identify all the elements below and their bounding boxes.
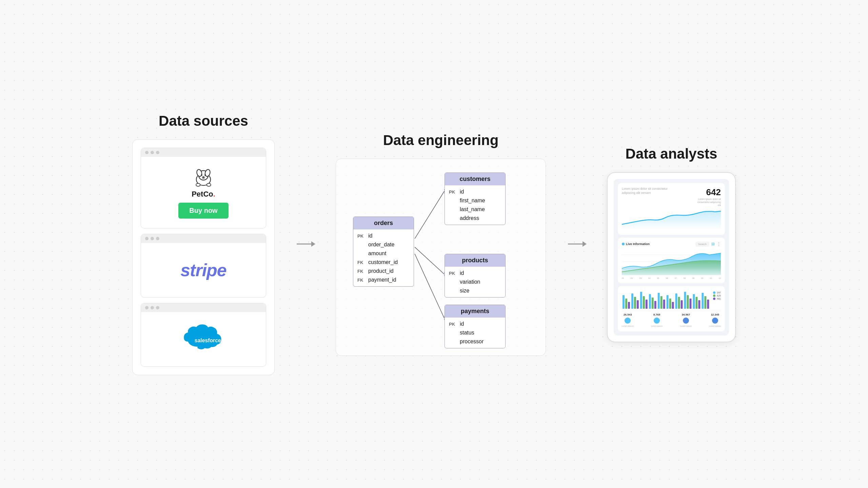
bar-chart-card: 297 625 481 <box>618 286 725 331</box>
browser-dot-9 <box>156 306 159 309</box>
orders-table-body: PKid order_date amount FKcustomer_id FKp… <box>353 229 414 286</box>
row-field: address <box>460 215 501 221</box>
chart-title-row: Lorem ipsum dolor sit consectetur adipis… <box>622 187 721 207</box>
stat-item: 34.567 Lorem ipsum <box>680 313 692 327</box>
legend-item: 297 <box>713 291 721 294</box>
payments-table-body: PKid status processor <box>445 318 505 348</box>
data-sources-box: PetCo. Buy now stripe <box>132 139 275 375</box>
svg-line-16 <box>415 254 444 318</box>
orders-table: orders PKid order_date amount FKcustomer… <box>353 217 414 287</box>
table-row: processor <box>445 337 505 346</box>
legend-value-2: 625 <box>717 294 721 297</box>
browser-dot-3 <box>156 151 159 154</box>
more-icon[interactable]: ⋮ <box>717 242 721 246</box>
stat-value: 12.345 <box>711 313 719 316</box>
svg-rect-49 <box>681 300 683 309</box>
salesforce-browser-bar <box>141 303 266 312</box>
svg-point-7 <box>196 183 200 186</box>
stat-label: Lorem ipsum <box>651 325 663 327</box>
row-field: status <box>460 330 501 336</box>
legend-value-1: 297 <box>717 291 721 294</box>
area-chart-header: Live Information Search ⊞ ⋮ <box>622 242 721 247</box>
svg-rect-56 <box>702 293 704 309</box>
row-field: last_name <box>460 206 501 212</box>
table-row: status <box>445 328 505 337</box>
table-row: size <box>445 286 505 295</box>
chart-number-area: 642 Lorem ipsum dolor sit consectetur ad… <box>694 187 721 207</box>
petco-logo: PetCo. <box>192 166 215 199</box>
svg-text:salesforce: salesforce <box>195 338 221 343</box>
svg-rect-43 <box>663 300 665 309</box>
orders-table-header: orders <box>353 217 414 229</box>
table-row: variation <box>445 278 505 286</box>
table-row: amount <box>353 249 414 258</box>
table-row: last_name <box>445 205 505 214</box>
bar-legend: 297 625 481 <box>713 291 721 309</box>
chart2-controls: Search ⊞ ⋮ <box>695 242 721 247</box>
data-engineering-box: orders PKid order_date amount FKcustomer… <box>336 159 546 356</box>
table-row: FKproduct_id <box>353 267 414 276</box>
grid-icon[interactable]: ⊞ <box>711 242 715 246</box>
axis-label: 11 <box>710 277 712 279</box>
bar-chart-svg <box>622 290 710 309</box>
stripe-browser-bar <box>141 234 266 243</box>
arrow-2 <box>566 237 587 251</box>
chart-desc: Lorem ipsum dolor sit consectetur adipis… <box>694 198 721 207</box>
svg-rect-57 <box>704 296 706 309</box>
stripe-content: stripe <box>141 243 266 297</box>
customers-table: customers PKid first_name last_name addr… <box>445 172 506 225</box>
stat-label: Lorem ipsum <box>709 325 721 327</box>
stat-label: Lorem ipsum <box>680 325 692 327</box>
buy-now-button[interactable]: Buy now <box>178 203 228 219</box>
svg-marker-11 <box>311 241 315 247</box>
browser-dot-2 <box>151 151 154 154</box>
data-sources-section: Data sources <box>132 113 275 375</box>
row-label: FK <box>357 278 368 283</box>
live-info-label: Live Information <box>622 242 650 246</box>
customers-table-header: customers <box>445 173 505 185</box>
axis-label: 09 <box>692 277 695 279</box>
svg-point-8 <box>207 183 211 186</box>
row-label: PK <box>449 271 460 276</box>
svg-rect-37 <box>646 300 648 309</box>
svg-rect-51 <box>687 295 689 309</box>
row-field: id <box>460 321 501 327</box>
row-field: variation <box>460 279 501 285</box>
chart-number: 642 <box>706 187 721 198</box>
salesforce-card: salesforce <box>141 303 266 367</box>
row-field: payment_id <box>368 277 410 283</box>
table-row: PKid <box>445 187 505 196</box>
axis-labels: 01 02 03 04 05 06 07 08 09 10 11 12 <box>622 277 721 279</box>
browser-dot-4 <box>145 237 149 240</box>
row-field: size <box>460 288 501 294</box>
search-box-mini[interactable]: Search <box>695 242 709 247</box>
stats-row: 26.543 Lorem ipsum 8.765 Lorem ipsum 34.… <box>622 311 721 327</box>
svg-point-2 <box>196 169 202 177</box>
stat-value: 34.567 <box>682 313 690 316</box>
svg-rect-32 <box>631 293 633 309</box>
row-field: product_id <box>368 268 410 274</box>
svg-rect-38 <box>649 294 651 309</box>
legend-item: 481 <box>713 298 721 300</box>
legend-dot-3 <box>713 298 715 300</box>
row-field: processor <box>460 339 501 345</box>
row-label: PK <box>357 233 368 239</box>
table-row: PKid <box>445 269 505 278</box>
table-row: PKid <box>353 231 414 240</box>
svg-rect-40 <box>654 301 656 309</box>
tablet-device: Lorem ipsum dolor sit consectetur adipis… <box>607 172 736 342</box>
petco-content: PetCo. Buy now <box>141 157 266 228</box>
table-row: first_name <box>445 196 505 205</box>
row-field: id <box>460 270 501 276</box>
data-analysts-section: Data analysts Lorem ipsum dolor sit cons… <box>607 146 736 342</box>
row-field: customer_id <box>368 259 410 265</box>
row-label: FK <box>357 260 368 265</box>
stat-item: 8.765 Lorem ipsum <box>651 313 663 327</box>
live-info-text: Live Information <box>626 242 650 246</box>
petco-text: PetCo. <box>192 190 215 199</box>
svg-rect-29 <box>623 295 625 309</box>
table-row: address <box>445 214 505 223</box>
line-chart-svg <box>622 209 721 229</box>
browser-dot-7 <box>145 306 149 309</box>
main-container: Data sources <box>119 99 749 389</box>
